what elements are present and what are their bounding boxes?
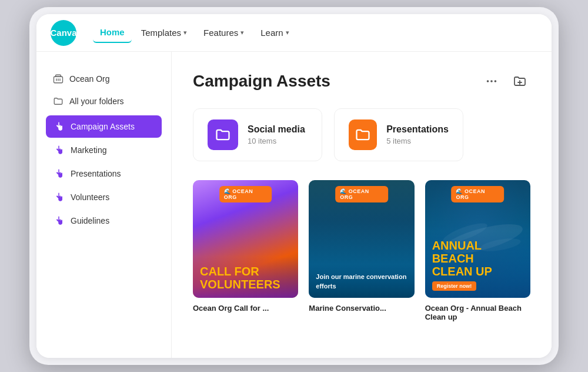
folder-icon <box>53 96 64 107</box>
design-label: Ocean Org - Annual Beach Clean up <box>425 304 530 321</box>
thumb-headline: ANNUALBEACHCLEAN UP <box>432 239 523 278</box>
building-icon <box>53 74 64 84</box>
design-thumb-volunteers: 🌊 OCEAN ORG CALL FORVOLUNTEERS <box>193 180 298 298</box>
nav-item-home[interactable]: Home <box>93 22 132 43</box>
hand-icon <box>53 144 65 156</box>
sidebar-item-guidelines[interactable]: Guidelines <box>46 210 162 232</box>
thumb-headline: CALL FORVOLUNTEERS <box>200 265 291 291</box>
canva-logo[interactable]: Canva <box>51 20 76 46</box>
register-button: Register now! <box>432 281 477 291</box>
device-frame: Canva Home Templates ▾ Features ▾ Learn … <box>29 7 559 365</box>
folder-count: 10 items <box>248 137 305 145</box>
nav-links: Home Templates ▾ Features ▾ Learn ▾ <box>93 22 296 43</box>
nav-item-features[interactable]: Features ▾ <box>196 23 251 42</box>
sidebar-item-presentations[interactable]: Presentations <box>46 162 162 185</box>
badge-text: 🌊 OCEAN ORG <box>224 188 268 200</box>
all-folders-label: All your folders <box>69 97 124 106</box>
presentations-label: Presentations <box>71 169 121 178</box>
main-header: Campaign Assets <box>193 71 530 92</box>
design-label: Marine Conservatio... <box>309 304 414 313</box>
badge-text: 🌊 OCEAN ORG <box>456 188 499 200</box>
nav-item-learn[interactable]: Learn ▾ <box>253 23 296 42</box>
design-label: Ocean Org Call for ... <box>193 304 298 313</box>
header-actions <box>481 71 530 92</box>
page-title: Campaign Assets <box>193 72 330 91</box>
design-card-beach[interactable]: 🌊 OCEAN ORG ANNUALBEACHCLEAN UP Register… <box>425 180 530 321</box>
badge-ocean-org: 🌊 OCEAN ORG <box>451 186 504 202</box>
folder-name: Presentations <box>386 124 449 135</box>
svg-point-5 <box>490 80 493 82</box>
org-label: Ocean Org <box>69 74 109 84</box>
sidebar-item-all-folders[interactable]: All your folders <box>46 91 162 112</box>
design-card-marine[interactable]: 🌊 OCEAN ORG Join our marine convervation… <box>309 180 414 321</box>
new-folder-button[interactable] <box>509 71 530 92</box>
svg-point-4 <box>487 80 489 82</box>
folder-name: Social media <box>248 124 305 135</box>
nav-item-templates[interactable]: Templates ▾ <box>134 23 194 42</box>
thumb-overlay: Join our marine convervation efforts <box>309 264 414 298</box>
chevron-down-icon: ▾ <box>286 29 289 36</box>
sidebar-item-volunteers[interactable]: Volunteers <box>46 186 162 208</box>
sidebar-item-marketing[interactable]: Marketing <box>46 139 162 161</box>
hand-icon <box>53 191 65 203</box>
designs-grid: 🌊 OCEAN ORG CALL FORVOLUNTEERS Ocean Org… <box>193 180 530 321</box>
hand-icon <box>53 121 65 132</box>
thumb-headline: Join our marine convervation efforts <box>316 273 407 291</box>
folder-icon-orange <box>349 119 377 150</box>
marketing-label: Marketing <box>71 145 106 155</box>
hand-icon <box>53 215 65 227</box>
more-options-button[interactable] <box>481 71 502 92</box>
chevron-down-icon: ▾ <box>183 29 187 36</box>
folder-card-presentations[interactable]: Presentations 5 items <box>334 108 463 161</box>
badge-ocean-org: 🌊 OCEAN ORG <box>219 186 272 202</box>
folder-info-presentations: Presentations 5 items <box>386 124 449 145</box>
content-area: Ocean Org All your folders <box>36 52 552 358</box>
hand-icon <box>53 168 65 180</box>
browser-window: Canva Home Templates ▾ Features ▾ Learn … <box>36 14 552 358</box>
thumb-overlay: ANNUALBEACHCLEAN UP Register now! <box>425 231 530 298</box>
design-card-volunteers[interactable]: 🌊 OCEAN ORG CALL FORVOLUNTEERS Ocean Org… <box>193 180 298 321</box>
campaign-assets-label: Campaign Assets <box>71 122 135 131</box>
guidelines-label: Guidelines <box>71 216 109 225</box>
sidebar-item-campaign-assets[interactable]: Campaign Assets <box>46 115 162 138</box>
badge-text: 🌊 OCEAN ORG <box>340 188 383 200</box>
main-content: Campaign Assets <box>172 52 552 358</box>
folder-row: Social media 10 items Presentations <box>193 108 530 161</box>
design-thumb-marine: 🌊 OCEAN ORG Join our marine convervation… <box>309 180 414 298</box>
folder-card-social-media[interactable]: Social media 10 items <box>193 108 322 161</box>
folder-info-social-media: Social media 10 items <box>248 124 305 145</box>
badge-ocean-org: 🌊 OCEAN ORG <box>335 186 388 202</box>
sidebar-item-org[interactable]: Ocean Org <box>46 68 162 89</box>
volunteers-label: Volunteers <box>71 192 109 202</box>
folder-count: 5 items <box>386 137 449 145</box>
svg-point-6 <box>495 80 497 82</box>
chevron-down-icon: ▾ <box>240 29 244 36</box>
thumb-overlay: CALL FORVOLUNTEERS <box>193 257 298 298</box>
sidebar: Ocean Org All your folders <box>36 52 172 358</box>
folder-icon-purple <box>208 119 238 150</box>
navbar: Canva Home Templates ▾ Features ▾ Learn … <box>36 14 552 52</box>
design-thumb-beach: 🌊 OCEAN ORG ANNUALBEACHCLEAN UP Register… <box>425 180 530 298</box>
